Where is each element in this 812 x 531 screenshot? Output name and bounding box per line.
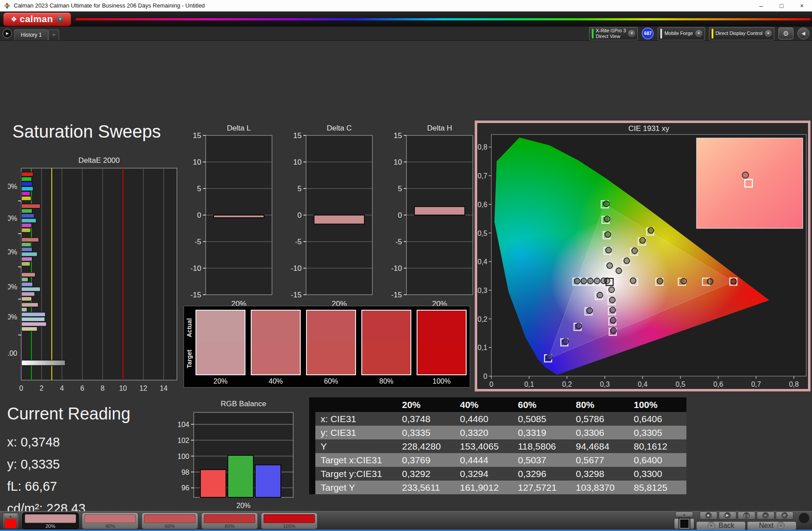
table-row: Y228,4280153,4065118,580694,468480,1612 bbox=[309, 439, 686, 453]
svg-text:96: 96 bbox=[181, 484, 189, 492]
svg-text:5: 5 bbox=[398, 185, 402, 193]
close-icon[interactable]: × bbox=[792, 0, 812, 11]
meter-status-bar bbox=[592, 29, 594, 38]
pattern-button-20%[interactable]: 20% bbox=[22, 512, 79, 529]
svg-text:-10: -10 bbox=[291, 264, 302, 273]
svg-text:100: 100 bbox=[177, 453, 189, 460]
interval-button[interactable]: [··] bbox=[738, 512, 755, 519]
table-cell: 0,3335 bbox=[397, 426, 455, 439]
maximize-icon[interactable]: □ bbox=[771, 0, 792, 11]
svg-text:0,1: 0,1 bbox=[478, 344, 487, 351]
tab-history-1[interactable]: History 1 bbox=[14, 29, 48, 40]
transport-up-button[interactable]: ▲ bbox=[675, 512, 693, 517]
green-measured bbox=[603, 201, 609, 207]
magenta-measured bbox=[609, 287, 614, 292]
deltae-bar bbox=[22, 228, 31, 233]
loop-button[interactable]: ∞ bbox=[757, 512, 774, 519]
pattern-button-80%[interactable]: 80% bbox=[201, 512, 258, 529]
svg-text:2: 2 bbox=[40, 385, 44, 392]
blue-measured bbox=[597, 292, 603, 298]
bottom-toolbar: ▲ 20%40%60%80%100% ▲ ■ ▶ [··] ∞ ⟳ « bbox=[0, 511, 812, 530]
svg-text:Delta L: Delta L bbox=[227, 124, 251, 132]
meter-dropdown[interactable]: X-Rite i1Pro 3 Direct View ▼ bbox=[589, 27, 638, 40]
strip-col-label: 60% bbox=[306, 377, 356, 385]
transport-controls: ▲ ■ ▶ [··] ∞ ⟳ « Back Next bbox=[674, 512, 810, 530]
actual-color bbox=[417, 311, 466, 342]
pattern-panel-up-button[interactable]: ▲ bbox=[4, 514, 17, 519]
svg-text:0,2: 0,2 bbox=[562, 381, 572, 388]
deltae-bar bbox=[22, 238, 39, 242]
pattern-corner-panel: ▲ bbox=[2, 512, 19, 529]
svg-text:10: 10 bbox=[119, 385, 127, 392]
svg-text:0,3: 0,3 bbox=[600, 381, 609, 388]
pattern-label: 80% bbox=[225, 523, 234, 529]
deltae-bar bbox=[22, 214, 34, 218]
table-cell: 233,5611 bbox=[397, 481, 455, 494]
svg-text:0,7: 0,7 bbox=[478, 172, 487, 180]
refresh-button[interactable]: ⟳ bbox=[776, 512, 793, 519]
source-dropdown[interactable]: Mobile Forge ▼ bbox=[658, 27, 705, 40]
current-reading-panel: Current Reading x: 0,3748 y: 0,3335 fL: … bbox=[7, 404, 130, 523]
svg-text:10: 10 bbox=[293, 158, 302, 166]
stop-pattern-button[interactable] bbox=[674, 518, 694, 529]
svg-text:Delta C: Delta C bbox=[327, 124, 352, 132]
pattern-button-40%[interactable]: 40% bbox=[82, 512, 138, 529]
deltae-bar bbox=[22, 209, 32, 213]
svg-text:DeltaE 2000: DeltaE 2000 bbox=[78, 156, 120, 165]
display-control-dropdown[interactable]: Direct Display Control ▼ bbox=[709, 27, 774, 40]
table-row: Target y:CIE310,32920,32940,32960,32980,… bbox=[309, 467, 686, 481]
svg-text:100: 100 bbox=[8, 350, 17, 357]
current-pattern-color bbox=[5, 519, 16, 528]
workspace: Saturation Sweeps DeltaE 200002468101214… bbox=[0, 41, 812, 511]
svg-text:4: 4 bbox=[60, 385, 64, 392]
target-color bbox=[196, 342, 245, 374]
white-measured bbox=[604, 278, 610, 284]
deltae-bar bbox=[22, 322, 46, 327]
pattern-button-100%[interactable]: 100% bbox=[261, 512, 318, 529]
blue-measured bbox=[546, 354, 552, 360]
strip-row-label: Target bbox=[186, 359, 193, 368]
yellow-measured bbox=[648, 227, 654, 233]
rgb-bar-green bbox=[228, 455, 253, 497]
svg-text:0: 0 bbox=[197, 211, 201, 219]
table-cell: 0,5037 bbox=[513, 453, 571, 467]
current-reading-title: Current Reading bbox=[7, 404, 130, 423]
add-tab-button[interactable]: + bbox=[48, 29, 59, 40]
collapse-panel-button[interactable]: ◀ bbox=[797, 27, 809, 39]
minimize-icon[interactable]: – bbox=[751, 0, 771, 11]
svg-text:40%: 40% bbox=[8, 283, 17, 291]
table-gutter bbox=[309, 481, 315, 494]
meter-count-badge[interactable]: 687 bbox=[642, 27, 654, 39]
svg-text:8: 8 bbox=[101, 385, 105, 392]
yellow-measured bbox=[632, 248, 638, 254]
svg-text:0,3: 0,3 bbox=[478, 287, 487, 294]
row-label: Target Y bbox=[315, 481, 397, 494]
stop-button[interactable]: ■ bbox=[700, 512, 717, 519]
tab-scroll-button[interactable]: ▶ bbox=[3, 29, 12, 38]
window-titlebar: Calman 2023 Calman Ultimate for Business… bbox=[0, 0, 812, 12]
svg-text:5: 5 bbox=[298, 185, 302, 193]
pattern-button-60%[interactable]: 60% bbox=[142, 512, 198, 529]
chevron-right-icon: » bbox=[777, 522, 785, 529]
svg-text:0,7: 0,7 bbox=[751, 381, 761, 388]
rainbow-divider bbox=[76, 18, 811, 20]
back-button[interactable]: « Back bbox=[696, 521, 746, 530]
swatch-box bbox=[361, 310, 411, 375]
delta-bar bbox=[414, 207, 465, 215]
svg-text:0,6: 0,6 bbox=[478, 201, 487, 208]
table-cell: 0,3300 bbox=[628, 467, 686, 481]
play-button[interactable]: ▶ bbox=[719, 512, 736, 519]
table-cell: 127,5721 bbox=[513, 481, 571, 494]
svg-text:98: 98 bbox=[181, 469, 189, 476]
table-cell: 153,4065 bbox=[455, 439, 513, 453]
red-measured bbox=[681, 278, 686, 284]
deltae-bar bbox=[22, 277, 28, 282]
calman-menu-button[interactable]: ❖ calman ▼ bbox=[3, 12, 71, 26]
settings-button[interactable]: ⚙ bbox=[778, 27, 793, 39]
table-cell: 80,1612 bbox=[628, 439, 686, 453]
chevron-down-icon: ▼ bbox=[57, 15, 64, 23]
next-button[interactable]: Next » bbox=[747, 521, 797, 530]
deltae-bar bbox=[22, 282, 33, 287]
table-cell: 0,3305 bbox=[628, 426, 686, 439]
table-header-row: 20%40%60%80%100% bbox=[309, 397, 686, 412]
